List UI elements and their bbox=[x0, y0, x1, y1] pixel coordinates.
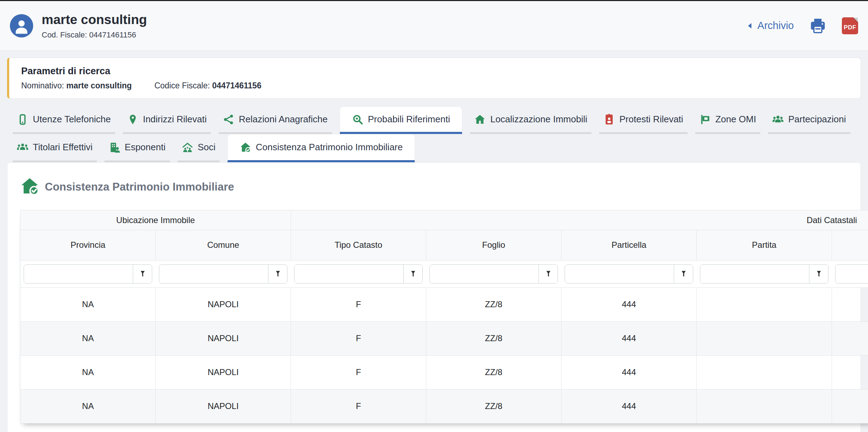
column-header-foglio: Foglio bbox=[426, 230, 561, 261]
tab-titolari-effettivi[interactable]: Titolari Effettivi bbox=[13, 134, 97, 162]
map-sign-icon bbox=[700, 114, 711, 125]
house-check-icon bbox=[240, 142, 251, 153]
cell-sub: 189 bbox=[832, 288, 868, 322]
funnel-icon bbox=[274, 270, 282, 278]
tab-indirizzi-rilevati[interactable]: Indirizzi Rilevati bbox=[123, 106, 211, 134]
column-header-partita: Partita bbox=[697, 230, 832, 261]
table-row: NANAPOLIFZZ/8444218Zona 8 Cat.C/611 m2Eu… bbox=[20, 356, 868, 390]
filter-button-tipo-catasto[interactable] bbox=[403, 265, 422, 283]
cell-provincia: NA bbox=[20, 322, 156, 356]
company-name: marte consulting bbox=[42, 12, 147, 28]
filter-input-foglio[interactable] bbox=[430, 265, 539, 283]
map-pin-icon bbox=[127, 114, 138, 125]
filter-input-comune[interactable] bbox=[159, 265, 268, 283]
filter-button-provincia[interactable] bbox=[133, 265, 152, 283]
pdf-export-button[interactable]: PDF bbox=[842, 17, 858, 34]
filter-button-comune[interactable] bbox=[268, 265, 287, 283]
filter-input-sub[interactable] bbox=[836, 265, 868, 283]
tab-label: Localizzazione Immobili bbox=[490, 114, 587, 125]
id-badge-icon bbox=[604, 114, 615, 125]
search-icon bbox=[352, 114, 363, 125]
tab-localizzazione-immobili[interactable]: Localizzazione Immobili bbox=[470, 106, 591, 134]
tab-zone-omi[interactable]: Zone OMI bbox=[695, 106, 761, 134]
building-user-icon bbox=[109, 142, 120, 153]
tab-probabili-riferimenti[interactable]: Probabili Riferimenti bbox=[340, 106, 463, 134]
cell-partita bbox=[697, 356, 832, 390]
tab-protesti-rilevati[interactable]: Protesti Rilevati bbox=[599, 106, 688, 134]
cell-particella: 444 bbox=[561, 288, 697, 322]
codice-fiscale-param: Codice Fiscale: 04471461156 bbox=[154, 81, 261, 91]
filter-input-tipo-catasto[interactable] bbox=[295, 265, 403, 283]
cell-tipo-catasto: F bbox=[291, 322, 426, 356]
funnel-icon bbox=[138, 270, 147, 278]
section-title: Consistenza Patrimonio Immobiliare bbox=[45, 181, 234, 193]
people-group-icon bbox=[17, 142, 28, 153]
filter-input-partita[interactable] bbox=[700, 265, 809, 283]
filter-cell-sub bbox=[832, 261, 868, 288]
cell-comune: NAPOLI bbox=[156, 390, 291, 424]
cell-provincia: NA bbox=[20, 288, 156, 322]
tab-label: Titolari Effettivi bbox=[33, 142, 93, 153]
filter-cell-tipo-catasto bbox=[291, 261, 426, 288]
house-check-icon bbox=[20, 177, 39, 197]
search-parameters-title: Parametri di ricerca bbox=[21, 66, 849, 77]
users-icon bbox=[772, 114, 784, 125]
archivio-label: Archivio bbox=[757, 20, 794, 31]
cell-provincia: NA bbox=[20, 356, 156, 390]
tab-soci[interactable]: Soci bbox=[178, 134, 220, 162]
cell-tipo-catasto: F bbox=[291, 288, 426, 322]
tab-consistenza-patrimonio-immobiliare[interactable]: Consistenza Patrimonio Immobiliare bbox=[227, 134, 415, 162]
tab-label: Protesti Rilevati bbox=[619, 114, 683, 125]
tab-label: Relazioni Anagrafiche bbox=[239, 114, 328, 125]
cell-sub: 218 bbox=[832, 356, 868, 390]
funnel-icon bbox=[409, 270, 417, 278]
filter-input-particella[interactable] bbox=[565, 265, 674, 283]
cell-particella: 444 bbox=[561, 322, 697, 356]
house-check-icon bbox=[20, 177, 39, 196]
cell-partita bbox=[697, 288, 832, 322]
print-button[interactable] bbox=[809, 17, 826, 34]
assets-table: Ubicazione Immobile Dati Catastali Stima… bbox=[20, 210, 868, 424]
home-icon bbox=[474, 114, 486, 125]
table-row: NANAPOLIFZZ/8444216Zona 8 Cat.C/611 m2Eu… bbox=[20, 322, 868, 356]
cell-partita bbox=[697, 390, 832, 424]
cell-particella: 444 bbox=[561, 356, 697, 390]
filter-button-partita[interactable] bbox=[809, 265, 828, 283]
group-header-dati-catastali: Dati Catastali bbox=[291, 210, 868, 230]
network-icon bbox=[223, 114, 234, 125]
tab-relazioni-anagrafiche[interactable]: Relazioni Anagrafiche bbox=[219, 106, 332, 134]
cell-partita bbox=[697, 322, 832, 356]
filter-button-particella[interactable] bbox=[674, 265, 693, 283]
tab-label: Utenze Telefoniche bbox=[33, 114, 111, 125]
tab-esponenti[interactable]: Esponenti bbox=[105, 134, 170, 162]
house-people-icon bbox=[182, 142, 193, 153]
column-header-comune: Comune bbox=[156, 230, 291, 261]
filter-cell-comune bbox=[156, 261, 291, 288]
tab-label: Probabili Riferimenti bbox=[368, 114, 450, 125]
cell-tipo-catasto: F bbox=[291, 390, 426, 424]
cell-comune: NAPOLI bbox=[156, 356, 291, 390]
filter-button-foglio[interactable] bbox=[539, 265, 558, 283]
funnel-icon bbox=[679, 270, 688, 278]
filter-cell-foglio bbox=[426, 261, 561, 288]
cell-comune: NAPOLI bbox=[156, 322, 291, 356]
cell-particella: 444 bbox=[561, 390, 697, 424]
archivio-link[interactable]: Archivio bbox=[745, 20, 794, 31]
search-parameters-card: Parametri di ricerca Nominativo: marte c… bbox=[7, 58, 861, 99]
filter-input-provincia[interactable] bbox=[24, 265, 133, 283]
tabs-row-secondary: Titolari EffettiviEsponentiSociConsisten… bbox=[13, 134, 861, 162]
cell-sub: 222 bbox=[832, 390, 868, 424]
cell-foglio: ZZ/8 bbox=[426, 390, 561, 424]
tab-label: Partecipazioni bbox=[788, 114, 846, 125]
content-card: Consistenza Patrimonio Immobiliare Ubica… bbox=[7, 162, 861, 432]
cell-tipo-catasto: F bbox=[291, 356, 426, 390]
tab-partecipazioni[interactable]: Partecipazioni bbox=[768, 106, 850, 134]
tab-utenze-telefoniche[interactable]: Utenze Telefoniche bbox=[13, 106, 115, 134]
cell-foglio: ZZ/8 bbox=[426, 288, 561, 322]
tab-label: Indirizzi Rilevati bbox=[143, 114, 207, 125]
tab-label: Consistenza Patrimonio Immobiliare bbox=[256, 142, 403, 153]
cell-provincia: NA bbox=[20, 390, 156, 424]
caret-left-icon bbox=[745, 21, 755, 30]
cell-sub: 216 bbox=[832, 322, 868, 356]
table-row: NANAPOLIFZZ/8444189Zona 8 Cat.C/611 m2Eu… bbox=[20, 288, 868, 322]
